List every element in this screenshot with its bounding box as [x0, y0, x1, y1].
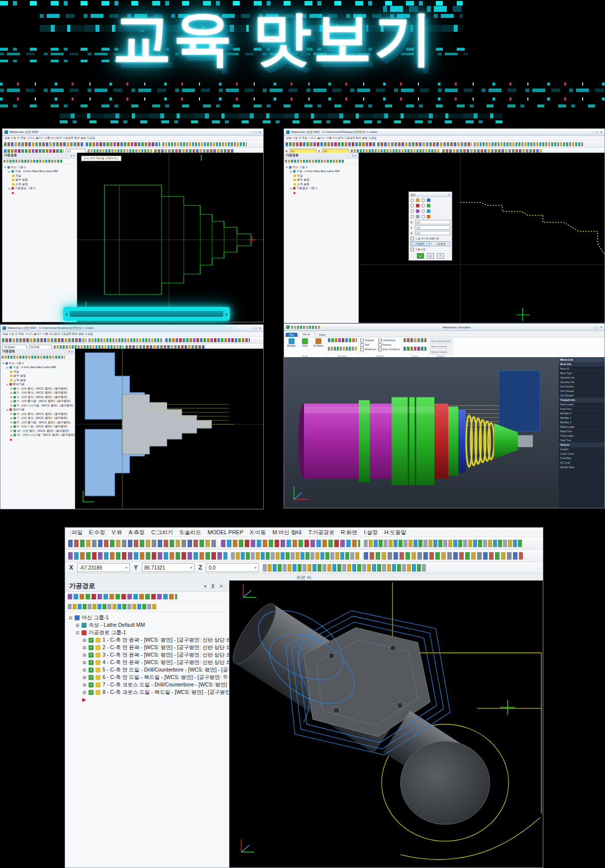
- menu-machine-type[interactable]: M:머신 형태: [272, 529, 302, 536]
- panel-toolbar[interactable]: [2, 159, 77, 164]
- tree-node[interactable]: 파일: [10, 370, 75, 374]
- graphics-viewport[interactable]: [75, 349, 263, 509]
- option-icon[interactable]: [416, 204, 419, 207]
- toolbar-icons-strip[interactable]: [2, 338, 87, 342]
- toolbar-icons-strip[interactable]: [364, 540, 523, 547]
- quick-access-strip[interactable]: [291, 326, 321, 329]
- tree-node[interactable]: ⊞6 - 선반 황삭 - [WCS: 평면] - [공구평면]: [10, 412, 75, 416]
- tree-node[interactable]: ⊞9 - 선반 드릴 - [WCS: 평면] - [공구평면]: [10, 425, 75, 429]
- y-coord-field[interactable]: 86.71321▾: [142, 563, 195, 572]
- tab-workplane[interactable]: 작업면: [410, 241, 430, 246]
- backplot-button[interactable]: Backplot: [286, 338, 298, 347]
- operation-row[interactable]: ⊞✓7 - C-축 크로스 드릴 - Drill/Counterbore - […: [82, 681, 229, 688]
- expander-icon[interactable]: ⊞: [82, 660, 87, 665]
- radio-icon[interactable]: [421, 215, 425, 218]
- ribbon-tabs[interactable]: File Home View: [284, 331, 605, 337]
- x-coord-field[interactable]: -67.23189▾: [77, 563, 130, 572]
- tree-node[interactable]: ⊞2 - 선반 황삭 - [WCS: 평면] - [공구평면]: [10, 391, 75, 395]
- expander-icon[interactable]: ⊟: [286, 166, 288, 169]
- stop-conditions-checkbox[interactable]: Stop Conditions: [378, 347, 400, 351]
- menubar[interactable]: 파일 수정 뷰 측정 그리기 솔리드 이동 머신형태 가공경로 화면 설정 도움…: [284, 136, 605, 141]
- toolpath-info-header[interactable]: Toolpath Info: [559, 398, 605, 402]
- point-settings-dialog[interactable]: 설정 ✕ X0.0 Y0.0 Z0.0 노멀 위치점 방향지정 작업면: [408, 192, 452, 261]
- verbose-header[interactable]: Verbose: [559, 443, 605, 447]
- toolbar-row-1[interactable]: [2, 141, 263, 148]
- toolbar-icons-strip[interactable]: [364, 552, 523, 560]
- minimize-icon[interactable]: –: [593, 130, 594, 134]
- tree-node[interactable]: ⊞8 - 선반 홈가공 - [WCS: 평면] - [공구평면]: [10, 420, 75, 425]
- panel-icons-strip[interactable]: [68, 604, 157, 609]
- titlebar[interactable]: Mastercam 선반 MDF – ▢ ✕: [2, 129, 263, 136]
- apply-button[interactable]: ⟳: [427, 253, 434, 259]
- radio-icon[interactable]: [421, 209, 425, 213]
- toolbar-icons-strip[interactable]: [377, 142, 472, 146]
- menu-toolpaths[interactable]: T:가공경로: [308, 529, 335, 536]
- option-icon[interactable]: [427, 209, 430, 213]
- expander-icon[interactable]: ⊟: [2, 362, 4, 365]
- scrub-track[interactable]: [70, 311, 223, 317]
- toolbar-row-1[interactable]: [284, 141, 605, 148]
- tree-node[interactable]: ⊟정삭가공: [6, 408, 75, 412]
- expander-icon[interactable]: ⊟: [290, 187, 292, 190]
- expander-icon[interactable]: ⊞: [10, 404, 12, 407]
- expander-icon[interactable]: ⊞: [10, 425, 12, 428]
- normal-direction-checkbox[interactable]: 노멀 위치점 방향지정: [410, 236, 450, 240]
- titlebar[interactable]: Mastercam Simulator – ▢ ✕: [284, 324, 605, 331]
- tree-node[interactable]: ⊞1 - 선반 황삭 - [WCS: 평면] - [공구평면]: [10, 386, 75, 391]
- workpiece-checkbox[interactable]: Workpiece: [360, 347, 377, 351]
- radio-icon[interactable]: [410, 204, 414, 207]
- tree-node[interactable]: 소재 설정: [294, 182, 358, 187]
- tree-node[interactable]: 공구 설정: [294, 178, 358, 183]
- fixtures-checkbox[interactable]: Fixtures: [378, 343, 400, 347]
- close-icon[interactable]: ✕: [600, 130, 603, 134]
- menu-solids[interactable]: S:솔리드: [180, 529, 201, 536]
- simulation-button[interactable]: Simulation: [312, 338, 324, 347]
- close-icon[interactable]: ✕: [259, 326, 261, 330]
- window-controls[interactable]: – ▢ ✕: [593, 130, 603, 134]
- chevron-down-icon[interactable]: ▾: [190, 566, 192, 570]
- panel-controls[interactable]: ▾ ✕: [69, 350, 73, 353]
- tree-node[interactable]: ⊟속성 - 2 Axis Slant Bed Lathe MM: [290, 170, 358, 174]
- checkbox-icon[interactable]: [378, 343, 382, 347]
- option-icon[interactable]: [416, 215, 419, 218]
- y-value-field[interactable]: 0.0: [415, 225, 450, 230]
- expander-icon[interactable]: ⊞: [10, 417, 12, 420]
- menu-screen[interactable]: R:화면: [341, 529, 357, 536]
- operation-row[interactable]: ⊞✓5 - C-축 면 드릴 - Drill/Counterbore - [WC…: [82, 666, 229, 674]
- toolpath-checkbox[interactable]: Toolpath: [360, 338, 377, 342]
- expander-icon[interactable]: ⊞: [10, 434, 12, 437]
- expander-icon[interactable]: ⊞: [82, 653, 87, 658]
- x-value-field[interactable]: 0.0: [415, 220, 450, 224]
- highlight-scrubber[interactable]: ‹ ›: [63, 307, 230, 321]
- plane-tabs[interactable]: 작업면 가공평면: [410, 241, 450, 246]
- toolbar-icons-strip[interactable]: [89, 338, 163, 342]
- menu-xform[interactable]: X:이동: [250, 529, 266, 536]
- toolbar-row-1[interactable]: [0, 337, 263, 344]
- panel-toolbar-2[interactable]: [65, 602, 229, 612]
- titlebar[interactable]: Mastercam 선반 MDF - C:\Users\user\Desktop…: [284, 129, 605, 136]
- tree-node[interactable]: ⊟머신 그룹-1: [4, 165, 77, 170]
- ok-button[interactable]: ✓: [417, 253, 424, 259]
- panel-controls[interactable]: ▾ ✕: [71, 154, 75, 157]
- panel-icons-strip[interactable]: [3, 160, 63, 163]
- maximize-icon[interactable]: ▢: [596, 130, 599, 134]
- z-value-field[interactable]: 0.0: [415, 231, 450, 235]
- expander-icon[interactable]: ⊞: [82, 682, 87, 687]
- expander-icon[interactable]: ⊞: [82, 675, 87, 680]
- menu-edit[interactable]: E:수정: [89, 529, 105, 536]
- operation-row[interactable]: ⊞✓3 - C-축 면 윤곽 - [WCS: 평면] - [공구평면: 선반 상…: [82, 651, 229, 659]
- tree-node[interactable]: ⊞7 - 선반 정삭 - [WCS: 평면] - [공구평면]: [10, 416, 75, 421]
- option-icon[interactable]: [416, 198, 419, 202]
- toolbar-row-1[interactable]: [65, 537, 543, 550]
- toolbar-icons-strip[interactable]: [68, 552, 227, 560]
- menu-model-prep[interactable]: MODEL PREP: [207, 529, 243, 535]
- radio-icon[interactable]: [410, 215, 414, 218]
- expander-icon[interactable]: ⊟: [290, 170, 292, 173]
- autosave-checkbox[interactable]: 자동저장: [410, 247, 450, 251]
- minimize-icon[interactable]: –: [593, 325, 594, 329]
- tree-node[interactable]: ⊟가공경로 그룹-1: [8, 187, 77, 191]
- tab-file[interactable]: File: [286, 333, 298, 337]
- expander-icon[interactable]: ⊞: [10, 391, 12, 394]
- window-controls[interactable]: – ▢ ✕: [251, 130, 261, 134]
- toolbar-icons-strip[interactable]: [221, 540, 360, 547]
